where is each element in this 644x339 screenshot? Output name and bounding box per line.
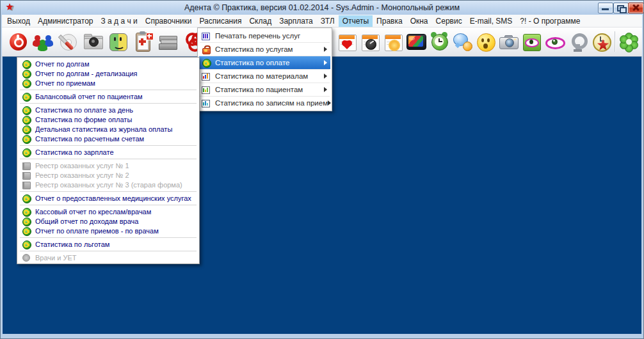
menu-item-print-services[interactable]: Печатать перечень услуг xyxy=(199,29,330,42)
alarm-clock-button[interactable] xyxy=(428,30,450,54)
calendar-heart-icon xyxy=(337,31,358,52)
submenu-item-label: Реестр оказанных услуг № 1 xyxy=(35,162,129,170)
submenu-item-medical-services-report[interactable]: Отчет о предоставленных медицинских услу… xyxy=(19,193,198,203)
gear-button[interactable] xyxy=(567,30,588,54)
services-bag-icon xyxy=(202,45,210,54)
submenu-item-label: Реестр оказанных услуг № 2 xyxy=(35,171,129,179)
submenu-item-cash-report-chairs[interactable]: Кассовый отчет по креслам/врачам xyxy=(19,207,198,216)
menu-item-payment-stats[interactable]: Статистика по оплате xyxy=(199,56,330,69)
restore-button[interactable] xyxy=(613,3,629,13)
submenu-item-salary-stats[interactable]: Статистика по зарплате xyxy=(19,147,198,157)
patients-chart-icon xyxy=(202,86,210,94)
menu-ztl[interactable]: ЗТЛ xyxy=(317,15,339,27)
menu-item-patients-stats[interactable]: Статистика по пациентам xyxy=(199,83,330,96)
tools-button[interactable] xyxy=(57,30,79,54)
calendar-sun-button[interactable] xyxy=(382,30,404,54)
payment-submenu: Отчет по долгам Отчет по долгам - детали… xyxy=(17,57,200,264)
video-folder-button[interactable] xyxy=(82,30,104,54)
menu-item-materials-stats[interactable]: Статистика по материалам xyxy=(199,70,330,83)
submenu-item-doctors-uet[interactable]: Врачи и УЕТ xyxy=(19,253,198,262)
menu-administrator[interactable]: Администратор xyxy=(34,15,97,27)
menu-item-label: Статистика по услугам xyxy=(215,45,324,53)
report-key-icon xyxy=(22,240,30,248)
submenu-item-registry-1[interactable]: Реестр оказанных услуг № 1 xyxy=(19,161,198,170)
submenu-item-payment-journal-detail[interactable]: Детальная статистика из журнала оплаты xyxy=(19,124,198,134)
calendar-sun-icon xyxy=(383,31,404,52)
camera-button[interactable] xyxy=(497,30,519,54)
medical-records-button[interactable] xyxy=(132,30,154,54)
submenu-item-settlement-accounts[interactable]: Статистика по расчетным счетам xyxy=(19,134,198,143)
registry-book-icon xyxy=(22,171,30,179)
menu-exit[interactable]: Выход xyxy=(3,15,34,27)
menu-item-appointments-stats[interactable]: Статистика по записям на прием xyxy=(199,97,330,109)
submenu-item-debts-report[interactable]: Отчет по долгам xyxy=(19,59,198,68)
window-title: Адента © Практика, версия 01.02.2014 - S… xyxy=(1,3,643,12)
submenu-arrow-icon xyxy=(324,87,327,92)
menu-item-label: Статистика по записям на прием xyxy=(215,99,328,107)
calendar-heart-button[interactable] xyxy=(336,30,358,54)
menu-item-services-stats[interactable]: Статистика по услугам xyxy=(199,43,330,56)
minimize-button[interactable] xyxy=(598,3,613,13)
menu-salary[interactable]: Зарплата xyxy=(275,15,317,27)
menu-warehouse[interactable]: Склад xyxy=(245,15,275,27)
submenu-item-label: Отчет по оплате приемов - по врачам xyxy=(35,227,159,235)
medical-clipboard-icon xyxy=(133,31,154,52)
submenu-item-benefits-stats[interactable]: Статистика по льготам xyxy=(19,239,198,249)
administrator-button[interactable] xyxy=(32,30,54,54)
submenu-item-visit-payment-by-doctor[interactable]: Отчет по оплате приемов - по врачам xyxy=(19,226,198,235)
close-button[interactable] xyxy=(628,3,644,13)
books-button[interactable] xyxy=(157,30,179,54)
submenu-item-doctor-income[interactable]: Общий отчет по доходам врача xyxy=(19,216,198,226)
alarm-star-button[interactable] xyxy=(590,30,611,54)
submenu-item-balance-report[interactable]: Балансовый отчет по пациентам xyxy=(19,91,198,101)
submenu-item-registry-3[interactable]: Реестр оказанных услуг № 3 (старая форма… xyxy=(19,180,198,189)
app-logo-icon xyxy=(4,3,15,13)
tools-icon xyxy=(58,31,79,52)
chat-button[interactable] xyxy=(451,30,473,54)
calendar-gauge-icon xyxy=(360,31,381,52)
menubar: Выход Администратор З а д а ч и Справочн… xyxy=(2,15,642,28)
appointments-chart-icon xyxy=(202,99,210,107)
submenu-item-debts-detail[interactable]: Отчет по долгам - детализация xyxy=(19,68,198,78)
eye-button[interactable] xyxy=(543,30,565,54)
menu-about[interactable]: ?! - О программе xyxy=(516,15,584,27)
menu-edit[interactable]: Правка xyxy=(373,15,407,27)
submenu-item-label: Отчет по долгам xyxy=(35,60,89,68)
calendar-gauge-button[interactable] xyxy=(359,30,381,54)
menu-tasks[interactable]: З а д а ч и xyxy=(97,15,141,27)
submenu-item-label: Балансовый отчет по пациентам xyxy=(35,93,143,100)
submenu-arrow-icon xyxy=(324,47,327,52)
submenu-item-label: Статистика по льготам xyxy=(35,240,109,248)
menu-windows[interactable]: Окна xyxy=(407,15,432,27)
menu-reports[interactable]: Отчеты xyxy=(339,15,373,27)
menu-email-sms[interactable]: E-mail, SMS xyxy=(466,15,517,27)
submenu-item-payment-form[interactable]: Статистика по форме оплаты xyxy=(19,114,198,124)
icq-flower-icon xyxy=(618,31,640,52)
figures-icon xyxy=(33,31,54,52)
submenu-item-label: Статистика по оплате за день xyxy=(35,106,133,114)
submenu-arrow-icon xyxy=(328,100,331,106)
tv-screen-icon xyxy=(406,31,427,52)
payment-key-icon xyxy=(202,59,210,67)
submenu-item-label: Отчет по приемам xyxy=(35,79,95,87)
camera-icon xyxy=(498,31,519,52)
books-stack-icon xyxy=(157,31,179,52)
submenu-item-label: Отчет о предоставленных медицинских услу… xyxy=(35,194,191,202)
submenu-item-registry-2[interactable]: Реестр оказанных услуг № 2 xyxy=(19,170,198,180)
menu-service[interactable]: Сервис xyxy=(432,15,466,27)
submenu-arrow-icon xyxy=(324,60,327,65)
icq-button[interactable] xyxy=(618,30,640,54)
menu-item-label: Статистика по оплате xyxy=(215,59,324,67)
eye-framed-button[interactable] xyxy=(520,30,542,54)
menu-directories[interactable]: Справочники xyxy=(141,15,196,27)
eye-framed-icon xyxy=(521,31,542,52)
tv-button[interactable] xyxy=(405,30,427,54)
exit-button[interactable] xyxy=(7,30,29,54)
menu-item-label: Печатать перечень услуг xyxy=(215,32,327,40)
submenu-item-payment-per-day[interactable]: Статистика по оплате за день xyxy=(19,105,198,114)
submenu-item-visits-report[interactable]: Отчет по приемам xyxy=(19,78,198,88)
emoji-button[interactable] xyxy=(474,30,496,54)
titlebar[interactable]: Адента © Практика, версия 01.02.2014 - S… xyxy=(1,1,643,15)
menu-schedules[interactable]: Расписания xyxy=(195,15,245,27)
finder-button[interactable] xyxy=(107,30,129,54)
